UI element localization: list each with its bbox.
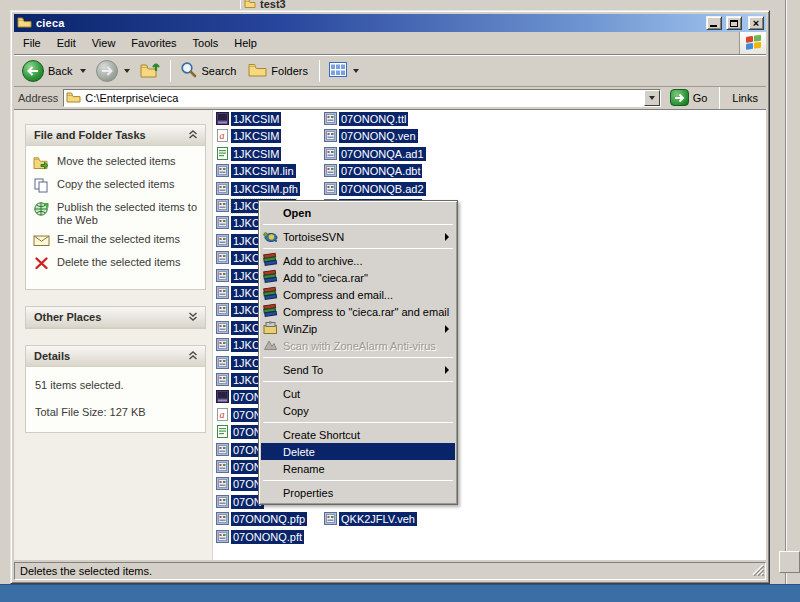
tasks-panel-header[interactable]: File and Folder Tasks	[26, 125, 205, 146]
alpha-file-icon: a	[216, 408, 229, 421]
context-menu-item-scan-with-zonealarm-anti-virus: Scan with ZoneAlarm Anti-virus	[261, 337, 455, 354]
file-item[interactable]: 07ON	[216, 424, 264, 439]
file-name: 07ONONQB.ad2	[339, 182, 426, 196]
file-item[interactable]: 07ON	[216, 494, 264, 509]
menu-separator	[263, 248, 453, 249]
menu-view[interactable]: View	[84, 35, 124, 51]
context-menu-item-open[interactable]: Open	[261, 204, 455, 221]
alpha-file-icon: a	[216, 129, 229, 142]
context-menu-item-rename[interactable]: Rename	[261, 460, 455, 477]
file-item[interactable]: 1JKCSIM	[216, 146, 281, 161]
menu-item-label: Rename	[283, 463, 453, 475]
chevron-up-icon[interactable]	[188, 129, 198, 141]
gen-file-icon	[216, 495, 229, 508]
gen-file-icon	[216, 234, 229, 247]
folders-button[interactable]: Folders	[244, 60, 314, 81]
context-menu-item-properties[interactable]: Properties	[261, 484, 455, 501]
background-window-edge	[240, 0, 241, 9]
list-file-icon	[216, 425, 229, 438]
tasks-panel-title: File and Folder Tasks	[34, 129, 146, 141]
file-name: 1JKCSIM.pfh	[231, 182, 300, 196]
context-menu-item-cut[interactable]: Cut	[261, 385, 455, 402]
context-menu-item-create-shortcut[interactable]: Create Shortcut	[261, 426, 455, 443]
details-total-size: Total File Size: 127 KB	[35, 406, 199, 418]
context-menu-item-winzip[interactable]: WinZip	[261, 320, 455, 337]
menu-item-label: Scan with ZoneAlarm Anti-virus	[283, 340, 453, 352]
file-item[interactable]: 07ON	[216, 389, 264, 404]
file-item[interactable]: 07ONONQ.ttl	[324, 111, 408, 126]
file-item[interactable]: 07ON	[216, 476, 264, 491]
task-delete-the-selected-items[interactable]: Delete the selected items	[33, 256, 201, 273]
address-dropdown-button[interactable]	[644, 90, 660, 106]
file-name: 07ONONQ.pfp	[231, 512, 307, 526]
context-menu-item-copy[interactable]: Copy	[261, 402, 455, 419]
menu-file[interactable]: File	[15, 35, 49, 51]
file-item[interactable]: 1JKCSIM.pfh	[216, 181, 300, 196]
file-item[interactable]: 07ON	[216, 459, 264, 474]
views-dropdown-caret[interactable]	[353, 69, 359, 73]
file-item[interactable]: QKK2JFLV.veh	[324, 511, 417, 526]
other-places-header[interactable]: Other Places	[26, 307, 205, 328]
file-item[interactable]: a1JKCSIM	[216, 128, 281, 143]
context-menu-item-add-to-archive[interactable]: Add to archive...	[261, 252, 455, 269]
delete-icon	[33, 256, 50, 273]
resize-grip[interactable]	[751, 563, 764, 578]
file-item[interactable]: 07ON	[216, 442, 264, 457]
menu-help[interactable]: Help	[226, 35, 265, 51]
gen-file-icon	[216, 182, 229, 195]
file-name: 1JKCSIM	[231, 112, 281, 126]
close-button[interactable]: ×	[748, 16, 764, 30]
chevron-down-icon[interactable]	[188, 311, 198, 323]
forward-dropdown-caret[interactable]	[124, 69, 130, 73]
forward-button[interactable]	[92, 58, 134, 84]
task-move-the-selected-items[interactable]: Move the selected items	[33, 155, 201, 172]
gen-file-icon	[216, 338, 229, 351]
winrar-icon	[263, 269, 278, 286]
other-places-panel: Other Places	[25, 306, 206, 329]
context-menu-item-delete[interactable]: Delete	[261, 443, 455, 460]
context-menu-item-tortoisesvn[interactable]: TortoiseSVN	[261, 228, 455, 245]
file-item[interactable]: 07ONONQA.dbt	[324, 163, 422, 178]
file-item[interactable]: 07ONONQ.ven	[324, 128, 418, 143]
menu-edit[interactable]: Edit	[49, 35, 84, 51]
minimize-button[interactable]	[706, 16, 722, 30]
gen-file-icon	[324, 129, 337, 142]
task-e-mail-the-selected-items[interactable]: E-mail the selected items	[33, 233, 201, 250]
views-button[interactable]	[325, 60, 363, 81]
context-menu-item-compress-to-cieca-rar-and-email[interactable]: Compress to "cieca.rar" and email	[261, 303, 455, 320]
details-header[interactable]: Details	[26, 346, 205, 367]
go-button[interactable]: Go	[666, 89, 712, 106]
task-publish-the-selected-items-to-the-web[interactable]: Publish the selected items to the Web	[33, 201, 201, 227]
file-item[interactable]: 1JKCSIM.lin	[216, 163, 296, 178]
chevron-up-icon[interactable]	[188, 350, 198, 362]
maximize-button[interactable]	[726, 16, 742, 30]
back-button[interactable]: Back	[18, 58, 90, 84]
menu-item-label: Add to "cieca.rar"	[283, 272, 453, 284]
background-window-tab[interactable]: test3	[244, 0, 286, 9]
winrar-icon	[263, 303, 278, 320]
file-item[interactable]: 07ONONQA.ad1	[324, 146, 426, 161]
address-label: Address	[18, 92, 58, 104]
context-menu-item-add-to-cieca-rar[interactable]: Add to "cieca.rar"	[261, 269, 455, 286]
menu-tools[interactable]: Tools	[185, 35, 227, 51]
search-button[interactable]: Search	[176, 59, 242, 82]
file-item[interactable]: 07ONONQ.pft	[216, 529, 304, 544]
context-menu-item-send-to[interactable]: Send To	[261, 361, 455, 378]
back-icon	[22, 60, 44, 82]
menu-favorites[interactable]: Favorites	[123, 35, 184, 51]
links-toolbar[interactable]: Links	[728, 92, 764, 104]
gen-file-icon	[216, 512, 229, 525]
address-input[interactable]: C:\Enterprise\cieca	[63, 89, 660, 107]
media-file-icon	[216, 390, 229, 403]
toolbar-separator	[170, 60, 171, 82]
file-item[interactable]: a07ON	[216, 407, 264, 422]
search-icon	[180, 61, 197, 80]
file-item[interactable]: 07ONONQB.ad2	[324, 181, 426, 196]
back-dropdown-caret[interactable]	[80, 69, 86, 73]
file-item[interactable]: 1JKCSIM	[216, 111, 281, 126]
menu-item-label: Copy	[283, 405, 453, 417]
file-item[interactable]: 07ONONQ.pfp	[216, 511, 307, 526]
context-menu-item-compress-and-email[interactable]: Compress and email...	[261, 286, 455, 303]
up-button[interactable]	[136, 59, 165, 82]
task-copy-the-selected-items[interactable]: Copy the selected items	[33, 178, 201, 195]
